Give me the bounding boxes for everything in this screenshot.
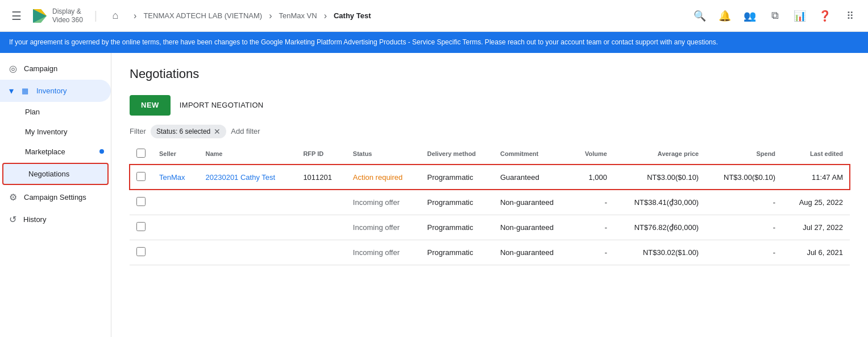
new-button[interactable]: NEW — [130, 95, 171, 116]
row-spend: NT$3.00($0.10) — [705, 165, 782, 190]
header-checkbox-cell — [130, 143, 152, 165]
help-icon[interactable]: ❓ — [813, 5, 836, 27]
logo-icon — [31, 7, 49, 25]
status-badge-3: Incoming offer — [353, 248, 400, 257]
name-link-0[interactable]: 20230201 Cathy Test — [206, 173, 276, 182]
row-rfp-id — [296, 190, 346, 215]
row-checkbox-cell — [130, 215, 152, 240]
row-checkbox-cell — [130, 190, 152, 215]
row-checkbox-cell — [130, 240, 152, 265]
table-row[interactable]: Incoming offer Programmatic Non-guarante… — [130, 190, 850, 215]
add-filter-button[interactable]: Add filter — [231, 127, 260, 135]
row-status: Incoming offer — [346, 190, 421, 215]
row-average-price: NT$3.00($0.10) — [614, 165, 705, 190]
row-spend: - — [705, 190, 782, 215]
negotiations-table: Seller Name RFP ID Status Delivery metho… — [130, 143, 850, 265]
hamburger-menu-icon[interactable]: ☰ — [7, 5, 26, 27]
nav-link-tenmax-vn[interactable]: TenMax VN — [279, 11, 317, 20]
row-volume: 1,000 — [572, 165, 614, 190]
status-badge-0: Action required — [353, 173, 402, 182]
row-seller — [152, 215, 199, 240]
row-status: Action required — [346, 165, 421, 190]
status-badge-2: Incoming offer — [353, 223, 400, 232]
row-last-edited: Aug 25, 2022 — [782, 190, 850, 215]
sidebar-label-plan: Plan — [25, 108, 40, 116]
status-badge-1: Incoming offer — [353, 198, 400, 207]
filter-chip-status[interactable]: Status: 6 selected ✕ — [151, 125, 226, 138]
row-delivery-method: Programmatic — [421, 215, 493, 240]
nav-icon-group: 🔍 🔔 👥 ⧉ 📊 ❓ ⠿ — [688, 5, 861, 27]
header-commitment: Commitment — [493, 143, 572, 165]
row-checkbox-0[interactable] — [136, 172, 146, 181]
sidebar-item-campaign[interactable]: ◎ Campaign — [0, 57, 111, 80]
select-all-checkbox[interactable] — [136, 149, 146, 158]
row-last-edited: Jul 27, 2022 — [782, 215, 850, 240]
app-logo: Display & Video 360 — [31, 7, 83, 25]
row-rfp-id — [296, 240, 346, 265]
row-checkbox-cell — [130, 165, 152, 190]
row-checkbox-3[interactable] — [136, 247, 146, 256]
settings-icon: ⚙ — [9, 192, 17, 203]
header-spend: Spend — [705, 143, 782, 165]
chart-icon[interactable]: 📊 — [788, 5, 811, 27]
page-title: Negotiations — [130, 67, 850, 81]
info-banner: If your agreement is governed by the onl… — [0, 32, 868, 53]
nav-separator-1: | — [94, 9, 97, 22]
table-row[interactable]: Incoming offer Programmatic Non-guarante… — [130, 240, 850, 265]
history-icon: ↺ — [9, 214, 16, 225]
nav-chevron-3: › — [324, 11, 327, 21]
row-name — [199, 190, 297, 215]
table-row[interactable]: Incoming offer Programmatic Non-guarante… — [130, 215, 850, 240]
sidebar-item-marketplace[interactable]: Marketplace — [0, 142, 111, 162]
row-spend: - — [705, 240, 782, 265]
sidebar-item-history[interactable]: ↺ History — [0, 208, 111, 231]
row-commitment: Non-guaranteed — [493, 240, 572, 265]
row-name: 20230201 Cathy Test — [199, 165, 297, 190]
sidebar-item-negotiations[interactable]: Negotiations — [2, 163, 109, 185]
people-icon[interactable]: 👥 — [738, 5, 761, 27]
row-delivery-method: Programmatic — [421, 165, 493, 190]
inventory-box-icon: ▦ — [20, 87, 30, 95]
header-seller: Seller — [152, 143, 199, 165]
import-negotiation-button[interactable]: IMPORT NEGOTIATION — [180, 101, 264, 109]
filter-chip-close-icon[interactable]: ✕ — [214, 127, 221, 136]
copy-icon[interactable]: ⧉ — [763, 5, 786, 27]
row-volume: - — [572, 190, 614, 215]
header-average-price: Average price — [614, 143, 705, 165]
nav-link-tenmax[interactable]: TENMAX ADTECH LAB (VIETNAM) — [143, 11, 262, 20]
row-average-price: NT$38.41(₫30,000) — [614, 190, 705, 215]
row-checkbox-1[interactable] — [136, 197, 146, 206]
sidebar-item-my-inventory[interactable]: My Inventory — [0, 122, 111, 142]
row-status: Incoming offer — [346, 240, 421, 265]
sidebar-item-plan[interactable]: Plan — [0, 102, 111, 122]
row-rfp-id — [296, 215, 346, 240]
row-commitment: Non-guaranteed — [493, 215, 572, 240]
nav-chevron-2: › — [269, 11, 272, 21]
notifications-icon[interactable]: 🔔 — [713, 5, 736, 27]
grid-icon[interactable]: ⠿ — [838, 5, 861, 27]
logo-text: Display & Video 360 — [52, 7, 83, 24]
sidebar-label-inventory: Inventory — [36, 87, 67, 95]
main-content: Negotiations NEW IMPORT NEGOTIATION Filt… — [111, 53, 868, 337]
filter-chip-text: Status: 6 selected — [156, 128, 210, 135]
nav-current-page: Cathy Test — [334, 11, 371, 20]
sidebar-label-campaign: Campaign — [24, 64, 57, 73]
row-commitment: Non-guaranteed — [493, 190, 572, 215]
nav-chevron-1: › — [134, 11, 136, 21]
table-row[interactable]: TenMax 20230201 Cathy Test 1011201 Actio… — [130, 165, 850, 190]
sidebar-item-campaign-settings[interactable]: ⚙ Campaign Settings — [0, 186, 111, 208]
row-checkbox-2[interactable] — [136, 222, 146, 231]
sidebar-item-inventory[interactable]: ▾ ▦ Inventory — [0, 80, 111, 102]
row-name — [199, 215, 297, 240]
seller-link-0[interactable]: TenMax — [159, 173, 185, 182]
row-commitment: Guaranteed — [493, 165, 572, 190]
home-icon[interactable]: ⌂ — [104, 5, 127, 27]
search-icon[interactable]: 🔍 — [688, 5, 711, 27]
filter-label: Filter — [130, 127, 146, 135]
row-name — [199, 240, 297, 265]
top-navigation: ☰ Display & Video 360 | ⌂ › TENMAX ADTEC… — [0, 0, 868, 32]
row-volume: - — [572, 240, 614, 265]
header-status: Status — [346, 143, 421, 165]
sidebar-label-my-inventory: My Inventory — [25, 128, 67, 136]
row-last-edited: 11:47 AM — [782, 165, 850, 190]
